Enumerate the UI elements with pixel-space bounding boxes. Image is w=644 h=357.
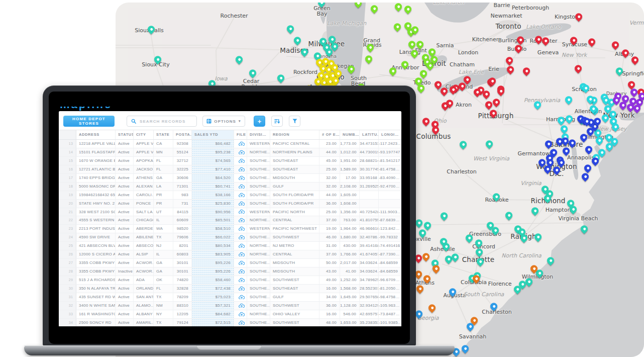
cell-status: Active: [116, 302, 134, 310]
table-row[interactable]: 2612000 S CICERO AVEActiveALSIPIL60803$8…: [59, 250, 401, 259]
upload-cloud-icon: [239, 218, 245, 223]
cell-city: ABSECON: [134, 242, 154, 250]
file-upload-cell[interactable]: [234, 140, 247, 148]
cell-region: MIDSOUTH: [270, 259, 319, 267]
file-upload-cell[interactable]: [234, 285, 247, 293]
cell-status: Active: [116, 233, 134, 241]
file-upload-cell[interactable]: [234, 293, 247, 301]
column-header-row-number[interactable]: [59, 130, 76, 139]
cell-address: 1670 W ORANGE BLO…: [76, 157, 116, 165]
file-upload-cell[interactable]: [234, 319, 247, 326]
options-button[interactable]: OPTIONS ▾: [202, 116, 245, 127]
table-row[interactable]: 244590 SW DRIVEActiveABILENETX79606$66,0…: [59, 233, 401, 242]
file-upload-cell[interactable]: [234, 310, 247, 318]
file-upload-cell[interactable]: [234, 267, 247, 276]
table-row[interactable]: 185000 MASONIC DRActiveALEXAN…LA71301$60…: [59, 183, 401, 191]
file-upload-cell[interactable]: [234, 259, 247, 267]
upload-cloud-icon: [239, 167, 245, 172]
table-row[interactable]: 283355 COBB PKWYInactiveACWOR…GA30101$95…: [59, 267, 401, 276]
table-row[interactable]: 342500 SONCY RDActiveAMARIL…TX79124$72,5…: [59, 319, 401, 326]
table-row[interactable]: 1612721 ATLANTIC BLVDActiveJACKSO…FL3222…: [59, 165, 401, 174]
cell-state: NJ: [154, 242, 173, 250]
table-row[interactable]: 29515 J A RICHARDSON…ActiveADAOK74820$58…: [59, 276, 401, 285]
table-row[interactable]: 25421 ABSECON BLVDActiveABSECONNJ8201$80…: [59, 242, 401, 250]
column-header-status[interactable]: STATUS: [116, 130, 134, 139]
map-label: Virginia Beach: [558, 215, 598, 222]
upload-cloud-icon: [239, 193, 245, 198]
file-upload-cell[interactable]: [234, 148, 247, 156]
table-row[interactable]: 1415101 FLAGSTAFF AVEActiveAPPLE V…MN551…: [59, 148, 401, 157]
column-header-number[interactable]: NUMB…: [340, 130, 360, 139]
column-header-region[interactable]: REGION: [270, 130, 319, 139]
file-upload-cell[interactable]: [234, 302, 247, 310]
cell-postal: 98520: [173, 225, 192, 233]
cell-employees: 19.00: [319, 225, 340, 233]
options-label: OPTIONS: [214, 119, 236, 124]
file-upload-cell[interactable]: [234, 208, 247, 216]
file-upload-cell[interactable]: [234, 276, 247, 284]
file-upload-cell[interactable]: [234, 191, 247, 199]
column-header-state[interactable]: STATE: [154, 130, 173, 139]
cell-division: WESTERN: [247, 225, 270, 233]
dataset-button[interactable]: HOME DEPOT STORES: [63, 116, 115, 127]
file-upload-cell[interactable]: [234, 200, 247, 208]
column-header-address[interactable]: ADDRESS: [76, 130, 116, 139]
filter-button[interactable]: [289, 116, 300, 127]
cell-postal: 8201: [173, 242, 192, 250]
toolbar: HOME DEPOT STORES SEARCH RECORDS OPTIONS…: [59, 111, 401, 130]
table-row[interactable]: 31435 SUNSET RD WESTActiveSAN ANT…TX7820…: [59, 293, 401, 302]
laptop-base: [24, 345, 455, 355]
cell-lat: 33.95168: [360, 174, 379, 182]
column-header-lng[interactable]: LONGI…: [379, 130, 401, 139]
column-header-postal[interactable]: POSTA…: [173, 130, 192, 139]
table-row[interactable]: 232213 PORT INDUSTRI…ActiveABERDE…WA9852…: [59, 225, 401, 233]
cell-lng: -84.68559: [379, 259, 401, 267]
cell-lng: -81.4758…: [379, 165, 401, 173]
file-upload-cell[interactable]: [234, 225, 247, 233]
sort-button[interactable]: [271, 116, 283, 127]
table-row[interactable]: 20STATE HWY NO. 2 KM…ActivePONCEPR731$25…: [59, 200, 401, 208]
table-row[interactable]: 30350 N ALAFAYA TRAILActiveORLAND…FL3282…: [59, 285, 401, 293]
file-upload-cell[interactable]: [234, 183, 247, 191]
column-header-sales[interactable]: SALES YTD: [192, 130, 234, 139]
table-row[interactable]: 21328 WEST 2100 SOUT…ActiveSALT LA…UT841…: [59, 208, 401, 217]
cell-city: ALEXAN…: [134, 183, 154, 191]
file-upload-cell[interactable]: [234, 165, 247, 173]
file-upload-cell[interactable]: [234, 216, 247, 224]
cell-address: 15101 FLAGSTAFF AVE: [76, 148, 116, 156]
table-row[interactable]: 171740 EPPS BRIDGE RDActiveATHENSGA30606…: [59, 174, 401, 183]
search-input[interactable]: SEARCH RECORDS: [127, 116, 197, 127]
cell-lng: -87.6839…: [379, 216, 401, 224]
cell-employees: 16.00: [319, 285, 340, 293]
table-row[interactable]: 224555 S WESTERN BL…ActiveCHICAGOIL60609…: [59, 216, 401, 225]
column-header-division[interactable]: DIVISI…: [247, 130, 270, 139]
cell-postal: 88310: [173, 302, 192, 310]
column-header-city[interactable]: CITY: [134, 130, 154, 139]
table-body: 1312218 APPLE VALLEY …ActiveAPPLE V…CA92…: [59, 140, 401, 326]
cell-address: 1740 EPPS BRIDGE RD: [76, 174, 116, 182]
column-header-lat[interactable]: LATITU…: [360, 130, 379, 139]
file-upload-cell[interactable]: [234, 250, 247, 258]
file-upload-cell[interactable]: [234, 174, 247, 182]
file-upload-cell[interactable]: [234, 157, 247, 165]
file-upload-cell[interactable]: [234, 242, 247, 250]
table-row[interactable]: 273355 COBB PKWYActiveACWOR…GA30101$95,2…: [59, 259, 401, 267]
cell-region: GULF: [270, 293, 319, 301]
table-row[interactable]: 33161 R WASHINGTON A…ActiveALBANYNY12205…: [59, 310, 401, 319]
cell-number: 1,680.00: [340, 233, 360, 241]
map-label: West Virginia: [473, 155, 509, 162]
table-row[interactable]: 191598462168432 65TH …ActiveCAROLI…PR983…: [59, 191, 401, 200]
cell-lat: 41.674057: [360, 250, 379, 258]
table-row[interactable]: 323400 N WHITE SAND …ActiveALAMO…NM88310…: [59, 302, 401, 310]
column-header-file[interactable]: FILE: [234, 130, 247, 139]
map-label: Vermont: [629, 20, 644, 26]
add-record-button[interactable]: +: [254, 116, 265, 127]
column-header-employees[interactable]: # OF E…: [319, 130, 340, 139]
cell-address: 12218 APPLE VALLEY …: [76, 140, 116, 148]
cell-employees: 45.00: [319, 157, 340, 165]
file-upload-cell[interactable]: [234, 233, 247, 241]
table-row[interactable]: 151670 W ORANGE BLO…ActiveAPOPKAFL32712$…: [59, 157, 401, 165]
cell-sales: $83,905: [192, 250, 234, 258]
table-row[interactable]: 1312218 APPLE VALLEY …ActiveAPPLE V…CA92…: [59, 140, 401, 148]
cell-lng: -98.4758…: [379, 293, 401, 301]
